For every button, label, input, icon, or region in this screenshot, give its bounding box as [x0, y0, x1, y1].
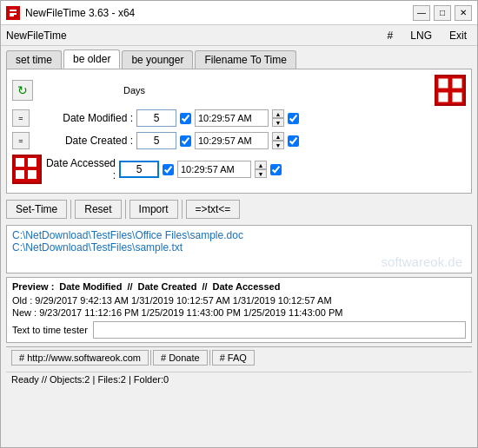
svg-rect-7	[438, 92, 448, 102]
preview-col1: Date Modified	[59, 281, 122, 292]
set-time-button[interactable]: Set-Time	[6, 200, 67, 219]
app-icon	[6, 6, 20, 20]
text-tester-input[interactable]	[93, 321, 466, 339]
date-modified-check1[interactable]	[180, 113, 191, 124]
date-created-row: = Date Created : ▲ ▼	[12, 132, 466, 149]
date-modified-minus-btn[interactable]: =	[12, 109, 30, 127]
preview-label: Preview :	[12, 281, 54, 292]
menu-exit[interactable]: Exit	[444, 28, 472, 43]
preview-old-label: Old :	[12, 295, 32, 306]
date-created-spinner: ▲ ▼	[272, 132, 284, 149]
svg-rect-10	[16, 158, 24, 167]
svg-rect-13	[28, 170, 37, 179]
watermark: softwareok.de	[382, 254, 462, 269]
svg-rect-2	[10, 13, 17, 15]
text-tester-label: Text to time tester	[12, 325, 88, 335]
date-created-check2[interactable]	[288, 135, 299, 147]
preview-header: Preview : Date Modified // Date Created …	[12, 281, 466, 292]
toolbar-sep-3	[182, 200, 183, 219]
title-bar: NewFileTime 3.63 - x64 — □ ✕	[1, 1, 477, 25]
date-modified-spin-down[interactable]: ▼	[272, 118, 284, 127]
toolbar-row: Set-Time Reset Import =>txt<=	[6, 197, 472, 221]
text-tester-row: Text to time tester	[12, 321, 466, 339]
preview-sep2: //	[202, 281, 207, 292]
date-modified-spinner: ▲ ▼	[272, 109, 284, 127]
date-created-label: Date Created :	[33, 135, 133, 147]
preview-new-label: New :	[12, 307, 37, 318]
date-created-days-input[interactable]	[136, 132, 176, 149]
date-accessed-spinner: ▲ ▼	[255, 161, 267, 178]
tab-be-older[interactable]: be older	[63, 49, 120, 69]
date-modified-days-input[interactable]	[136, 109, 176, 127]
date-modified-row: = Date Modified : ▲ ▼	[12, 109, 466, 127]
tab-be-younger[interactable]: be younger	[122, 50, 193, 69]
toolbar-sep-1	[70, 200, 71, 219]
date-created-spin-up[interactable]: ▲	[272, 132, 284, 141]
date-accessed-check2[interactable]	[270, 164, 282, 175]
svg-rect-6	[452, 78, 462, 89]
date-created-spin-down[interactable]: ▼	[272, 141, 284, 149]
date-created-time-input[interactable]	[195, 132, 269, 149]
days-header: Days	[123, 85, 145, 96]
file-item-1: C:\NetDownload\TestFiles\Office Files\sa…	[12, 229, 466, 241]
svg-rect-12	[16, 170, 24, 179]
preview-sep1: //	[127, 281, 132, 292]
app-name-label: NewFileTime	[6, 30, 67, 42]
status-bar: Ready // Objects:2 | Files:2 | Folder:0	[6, 372, 472, 386]
date-accessed-spin-down[interactable]: ▼	[255, 169, 267, 178]
minimize-button[interactable]: —	[413, 5, 430, 21]
date-modified-time-input[interactable]	[195, 109, 269, 127]
preview-col2: Date Created	[138, 281, 197, 292]
menu-bar: NewFileTime # LNG Exit	[1, 25, 477, 46]
tab-filename-to-time[interactable]: Filename To Time	[195, 50, 295, 69]
bottom-sep-1	[150, 350, 151, 366]
preview-old-values: 9/29/2017 9:42:13 AM 1/31/2019 10:12:57 …	[35, 295, 331, 306]
main-window: NewFileTime 3.63 - x64 — □ ✕ NewFileTime…	[0, 0, 478, 448]
link-donate[interactable]: # Donate	[153, 350, 208, 366]
maximize-button[interactable]: □	[434, 5, 451, 21]
tab-set-time[interactable]: set time	[6, 50, 62, 69]
file-list-area[interactable]: C:\NetDownload\TestFiles\Office Files\sa…	[6, 225, 472, 273]
panel-top: ↻ Days = Date Modif	[12, 75, 466, 188]
file-item-2: C:\NetDownload\TestFiles\sample.txt	[12, 241, 466, 254]
window-title: NewFileTime 3.63 - x64	[25, 7, 413, 19]
reset-button[interactable]: Reset	[75, 200, 121, 219]
date-modified-label: Date Modified :	[33, 112, 133, 124]
date-accessed-row: Date Accessed : ▲ ▼	[12, 155, 466, 184]
menu-lng[interactable]: LNG	[405, 28, 437, 43]
top-right-icon	[435, 75, 466, 106]
preview-new-values: 9/23/2017 11:12:16 PM 1/25/2019 11:43:00…	[39, 307, 342, 318]
date-modified-check2[interactable]	[288, 113, 299, 124]
main-content: ↻ Days = Date Modif	[1, 69, 477, 447]
svg-rect-11	[28, 158, 37, 167]
date-accessed-label: Date Accessed :	[45, 157, 116, 181]
link-faq[interactable]: # FAQ	[212, 350, 255, 366]
status-text: Ready // Objects:2 | Files:2 | Folder:0	[11, 374, 169, 385]
date-settings-panel: ↻ Days = Date Modif	[6, 69, 472, 194]
import-button[interactable]: Import	[129, 200, 178, 219]
close-button[interactable]: ✕	[455, 5, 472, 21]
date-created-check1[interactable]	[180, 135, 191, 147]
svg-rect-1	[10, 10, 17, 11]
svg-rect-8	[452, 92, 462, 102]
convert-button[interactable]: =>txt<=	[186, 200, 241, 219]
date-accessed-check1[interactable]	[163, 164, 174, 175]
bottom-left-icon	[12, 155, 42, 184]
preview-section: Preview : Date Modified // Date Created …	[6, 277, 472, 343]
date-accessed-spin-up[interactable]: ▲	[255, 161, 267, 169]
svg-rect-3	[10, 15, 14, 16]
date-accessed-days-input[interactable]	[119, 161, 159, 178]
toolbar-sep-2	[125, 200, 126, 219]
link-softwareok[interactable]: # http://www.softwareok.com	[11, 350, 149, 366]
bottom-sep-2	[209, 350, 210, 366]
window-controls: — □ ✕	[413, 5, 472, 21]
date-modified-spin-up[interactable]: ▲	[272, 109, 284, 118]
preview-old-row: Old : 9/29/2017 9:42:13 AM 1/31/2019 10:…	[12, 295, 466, 306]
menu-hash[interactable]: #	[382, 28, 399, 43]
refresh-button[interactable]: ↻	[12, 80, 33, 101]
preview-col3: Date Accessed	[213, 281, 281, 292]
date-created-minus-btn[interactable]: =	[12, 132, 30, 149]
preview-new-row: New : 9/23/2017 11:12:16 PM 1/25/2019 11…	[12, 307, 466, 318]
date-accessed-time-input[interactable]	[177, 161, 251, 178]
tabs-bar: set time be older be younger Filename To…	[1, 46, 477, 69]
